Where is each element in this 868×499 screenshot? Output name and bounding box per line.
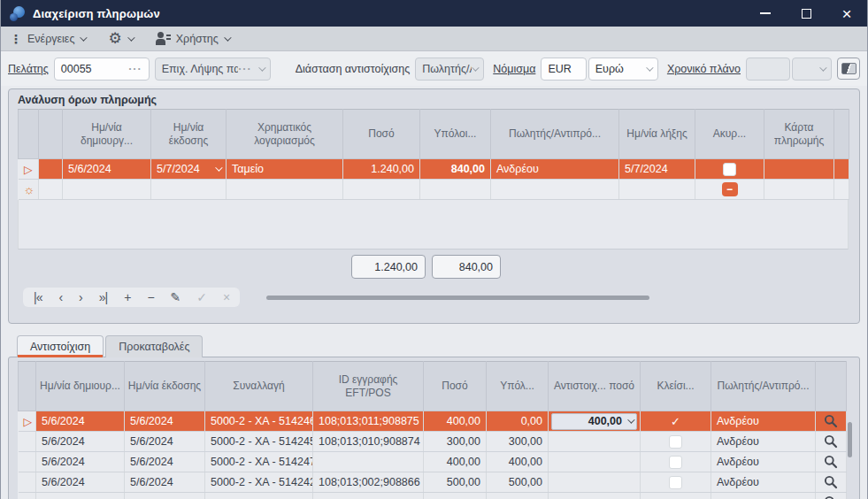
nav-last-button[interactable]: »| — [99, 291, 107, 303]
cell-closed[interactable] — [641, 432, 711, 452]
cell-creation-date[interactable]: 5/6/2024 — [36, 411, 125, 432]
currency-dropdown[interactable]: Ευρώ — [588, 58, 658, 81]
cell-amount[interactable]: 400,00 — [424, 411, 487, 432]
row-search-button[interactable] — [816, 472, 847, 493]
cell-cancelled[interactable]: − — [695, 180, 764, 200]
column-header[interactable]: Ημ/νία λήξης — [619, 110, 695, 159]
nav-add-button[interactable]: + — [124, 291, 130, 303]
cell-closed[interactable] — [641, 452, 711, 472]
row-search-button[interactable] — [816, 411, 847, 432]
checkbox-unchecked[interactable] — [669, 456, 682, 469]
column-header[interactable]: Ποσό — [343, 110, 420, 159]
time-plan-input[interactable] — [746, 58, 790, 81]
nav-delete-button[interactable]: − — [147, 291, 153, 303]
cell-matched-amount[interactable] — [549, 432, 641, 452]
cell-amount[interactable]: 500,00 — [424, 472, 487, 493]
doc-series-dropdown[interactable]: Επιχ. Λήψης παραστ ··· — [155, 58, 271, 81]
cell-due-date[interactable]: 5/7/2024 — [619, 159, 695, 180]
nav-next-button[interactable]: › — [79, 291, 82, 303]
row-search-button[interactable] — [816, 452, 847, 472]
column-header[interactable]: Συναλλαγή — [205, 362, 313, 411]
client-input[interactable]: 00055 ··· — [54, 58, 150, 81]
cell-salesperson[interactable]: Ανδρέου — [711, 452, 816, 472]
checkbox-unchecked[interactable] — [669, 476, 682, 489]
cell-balance[interactable]: 840,00 — [420, 159, 491, 180]
nav-cancel-button[interactable]: × — [223, 291, 229, 303]
client-label[interactable]: Πελάτης — [8, 63, 49, 75]
nav-commit-button[interactable]: ✓ — [196, 291, 206, 303]
matching-row[interactable]: 5/6/2024 5/6/2024 5000-2 - XA - 514245 1… — [19, 432, 847, 452]
cell-salesperson[interactable]: Ανδρέου — [711, 432, 816, 452]
cell-matched-amount[interactable] — [549, 452, 641, 472]
column-header[interactable]: Χρηματικός λογαριασμός — [227, 110, 343, 159]
checkbox-unchecked[interactable] — [669, 435, 682, 449]
column-header[interactable]: Πωλητής/Αντιπρό... — [711, 362, 816, 411]
cell-amount[interactable]: 1.240,00 — [343, 159, 420, 180]
chevron-down-icon[interactable] — [215, 164, 222, 171]
new-row-template[interactable]: ☼ − — [19, 180, 849, 200]
cell-matched-amount[interactable]: 400,00 — [549, 411, 641, 432]
cell-cancelled[interactable] — [695, 159, 764, 180]
cell-closed[interactable]: ✓ — [641, 411, 711, 432]
column-header[interactable]: Υπόλ... — [487, 362, 549, 411]
nav-edit-button[interactable]: ✎ — [171, 291, 181, 303]
currency-label[interactable]: Νόμισμα — [493, 63, 535, 75]
column-header[interactable]: Ποσό — [424, 362, 487, 411]
chevron-down-icon[interactable] — [627, 416, 634, 423]
cell-eftpos-id[interactable]: 108;013;011;908875 — [313, 411, 424, 432]
cell-transaction[interactable]: 5000-2 - XA - 514242 — [205, 472, 313, 493]
time-plan-dropdown[interactable] — [792, 58, 832, 81]
currency-code-input[interactable]: EUR — [541, 58, 586, 81]
cell-creation-date[interactable]: 5/6/2024 — [36, 432, 125, 452]
time-plan-label[interactable]: Χρονικό πλάνο — [667, 63, 741, 75]
cell-creation-date[interactable]: 5/6/2024 — [36, 472, 125, 493]
column-header[interactable]: Αντιστοιχ... ποσό — [549, 362, 641, 411]
column-header[interactable]: Ημ/νία έκδοσης — [125, 362, 205, 411]
layout-toggle-button[interactable] — [837, 58, 860, 80]
cell-salesperson[interactable]: Ανδρέου — [491, 159, 619, 180]
cell-eftpos-id[interactable]: 108;013;002;908866 — [313, 472, 424, 493]
column-header[interactable]: Πωλητής/Αντιπρό... — [491, 110, 619, 159]
payment-row[interactable]: ▷ 5/6/2024 5/7/2024 Ταμείο 1.240,00 840,… — [19, 159, 849, 180]
cell-issue-date[interactable]: 5/7/2024 — [151, 159, 227, 180]
cell-amount[interactable]: 300,00 — [424, 432, 487, 452]
row-search-button[interactable] — [816, 432, 847, 452]
tab-advances[interactable]: Προκαταβολές — [105, 335, 203, 357]
close-button[interactable]: × — [826, 0, 867, 27]
checkmark-icon[interactable]: ✓ — [671, 415, 680, 428]
tab-matching[interactable]: Αντιστοίχιση — [17, 335, 104, 357]
cell-salesperson[interactable]: Ανδρέου — [711, 411, 816, 432]
matched-amount-editor[interactable]: 400,00 — [551, 413, 637, 430]
cell-issue-date[interactable]: 5/6/2024 — [125, 472, 205, 493]
cell-issue-date[interactable]: 5/6/2024 — [125, 432, 205, 452]
cell-balance[interactable]: 300,00 — [487, 432, 549, 452]
nav-prev-button[interactable]: ‹ — [58, 291, 62, 303]
vertical-scrollbar[interactable] — [848, 422, 852, 457]
actions-menu-button[interactable]: ⋮ Ενέργειες — [10, 32, 85, 46]
row-search-button[interactable] — [816, 493, 847, 499]
matching-row[interactable]: 5/6/2024 5/6/2024 5000-2 - XA - 514247 4… — [19, 452, 847, 472]
cell-balance[interactable]: 0,00 — [487, 411, 549, 432]
cell[interactable] — [39, 159, 63, 180]
cell-cash-account[interactable]: Ταμείο — [227, 159, 343, 180]
cell-amount[interactable]: 400,00 — [424, 452, 487, 472]
column-header[interactable]: ID εγγραφής EFT/POS — [313, 362, 424, 411]
cell-transaction[interactable]: 5000-2 - XA - 514245 — [205, 432, 313, 452]
column-header[interactable]: Κλείσι... — [641, 362, 711, 411]
cell-balance[interactable]: 500,00 — [487, 472, 549, 493]
cell-balance[interactable]: 400,00 — [487, 452, 549, 472]
cell-salesperson[interactable]: Ανδρέου — [711, 472, 816, 493]
matching-row[interactable]: 5/6/2024 5/6/2024 5000-2 - XA - 514242 1… — [19, 472, 847, 493]
cell-transaction[interactable]: 5000-2 - XA - 514247 — [205, 452, 313, 472]
user-menu-button[interactable]: Χρήστης — [156, 32, 229, 45]
column-header[interactable]: Ακυρ... — [695, 110, 764, 159]
matching-row[interactable]: ▷ 5/6/2024 5/6/2024 5000-2 - XA - 514246… — [19, 411, 847, 432]
cell-issue-date[interactable]: 5/6/2024 — [125, 452, 205, 472]
column-header[interactable]: Κάρτα πληρωμής — [764, 110, 834, 159]
column-header[interactable]: Υπόλοι... — [420, 110, 491, 159]
horizontal-scrollbar[interactable] — [266, 296, 649, 300]
checkbox-unchecked[interactable] — [723, 163, 736, 176]
settings-menu-button[interactable]: ⚙ — [108, 31, 132, 46]
cell-creation-date[interactable]: 5/6/2024 — [63, 159, 151, 180]
cell-transaction[interactable]: 5000-2 - XA - 514246 — [205, 411, 313, 432]
